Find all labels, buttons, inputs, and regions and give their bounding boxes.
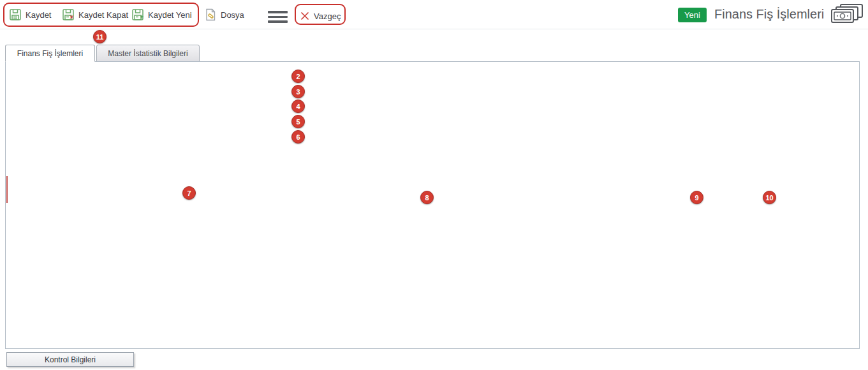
close-glyph-icon: ✕ xyxy=(69,15,74,20)
save-close-floppy-icon: ✕ xyxy=(62,8,75,21)
file-button[interactable]: Dosya xyxy=(205,6,244,23)
save-new-button[interactable]: + Kaydet Yeni xyxy=(131,6,192,23)
cancel-x-icon xyxy=(300,11,310,21)
status-badge: Yeni xyxy=(678,8,707,22)
plus-glyph-icon: + xyxy=(140,15,143,20)
annotation-badge-10: 10 xyxy=(763,191,776,204)
menu-icon[interactable] xyxy=(268,8,288,26)
file-label: Dosya xyxy=(221,10,244,20)
cancel-label: Vazgeç xyxy=(314,11,341,21)
tab-master-label: Master İstatistik Bilgileri xyxy=(108,49,188,58)
annotation-badge-3: 3 xyxy=(291,85,305,98)
save-new-floppy-icon: + xyxy=(131,8,144,21)
annotation-badge-5: 5 xyxy=(291,115,305,128)
toolbar: Kaydet ✕ Kaydet Kapat + Kaydet Yeni xyxy=(0,0,868,29)
page-title: Finans Fiş İşlemleri xyxy=(714,7,824,22)
annotation-badge-9: 9 xyxy=(690,191,703,204)
tab-content-panel xyxy=(5,61,860,349)
annotation-badge-6: 6 xyxy=(291,130,305,144)
annotation-badge-11: 11 xyxy=(93,30,107,43)
tab-finans-label: Finans Fiş İşlemleri xyxy=(17,49,83,58)
banknotes-icon xyxy=(829,3,865,27)
annotation-badge-8: 8 xyxy=(420,191,434,204)
tab-master-istatistik[interactable]: Master İstatistik Bilgileri xyxy=(96,45,200,62)
finance-voucher-screen: Kaydet ✕ Kaydet Kapat + Kaydet Yeni xyxy=(0,0,868,370)
tab-finans-fis-islemleri[interactable]: Finans Fiş İşlemleri xyxy=(5,45,95,62)
kontrol-bilgileri-button[interactable]: Kontrol Bilgileri xyxy=(6,352,134,367)
save-label: Kaydet xyxy=(26,10,51,20)
save-floppy-icon xyxy=(9,8,22,21)
active-row-indicator xyxy=(6,176,8,203)
save-close-button[interactable]: ✕ Kaydet Kapat xyxy=(62,6,128,23)
annotation-badge-4: 4 xyxy=(291,100,305,113)
annotation-badge-7: 7 xyxy=(182,186,196,200)
save-new-label: Kaydet Yeni xyxy=(148,10,192,20)
annotation-badge-2: 2 xyxy=(291,70,305,83)
kontrol-bilgileri-label: Kontrol Bilgileri xyxy=(45,355,96,364)
file-paperclip-icon xyxy=(205,8,217,21)
save-close-label: Kaydet Kapat xyxy=(78,10,128,20)
save-button[interactable]: Kaydet xyxy=(9,6,51,23)
cancel-button[interactable]: Vazgeç xyxy=(300,8,341,24)
